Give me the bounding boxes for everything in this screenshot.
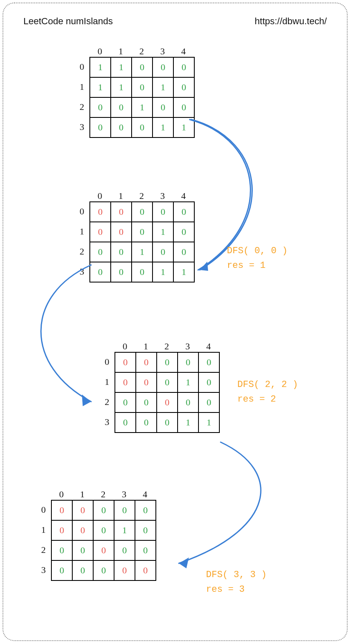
table-row: 00010 [90,222,194,242]
diagram-frame: LeetCode numIslands https://dbwu.tech/ 0… [3,3,348,641]
grid-cell: 0 [173,97,194,117]
grid-cell: 0 [173,77,194,97]
row-header: 0 [74,57,89,77]
grid-body: 012300000000100000000000 [36,500,156,581]
annotation-step-2: DFS( 2, 2 ) res = 2 [237,377,298,407]
grid-cell: 0 [153,202,173,222]
grid-cell: 0 [115,412,136,433]
row-header: 0 [36,500,51,520]
grid-cell: 0 [198,372,219,392]
col-header: 4 [173,191,194,201]
grid-cell: 0 [132,117,153,137]
col-header: 2 [156,341,177,352]
arrow-step-2-to-3 [158,438,283,572]
grid-cell: 0 [198,352,219,372]
col-header: 1 [110,191,131,201]
grid-cell: 0 [135,500,156,520]
grid-cell: 1 [111,57,132,77]
grid-cell: 1 [153,222,173,242]
grid-cell: 0 [173,202,194,222]
col-header: 4 [135,489,155,500]
grid-row-headers: 0123 [74,57,89,138]
grid-cell: 0 [111,202,132,222]
grid-cell: 0 [173,222,194,242]
row-header: 2 [36,540,51,560]
grid-cell: 0 [114,500,135,520]
grid-cell: 0 [157,412,178,433]
row-header: 1 [36,520,51,540]
row-header: 2 [99,392,114,412]
grid-cell: 1 [178,372,198,392]
grid-cell: 0 [90,202,111,222]
grid-row-headers: 0123 [36,500,51,581]
row-header: 1 [99,372,114,392]
grid-cell: 1 [173,262,194,282]
grid-cell: 0 [114,540,135,560]
grid-cell: 0 [157,392,178,412]
grid-cell: 0 [135,520,156,540]
col-header: 3 [152,191,173,201]
table-row: 11010 [90,77,194,97]
grid-cell: 0 [136,392,157,412]
grid-cell: 0 [51,520,72,540]
grid-cell: 0 [115,372,136,392]
annotation-result: res = 2 [237,394,276,405]
annotation-call: DFS( 0, 0 ) [227,246,287,256]
annotation-call: DFS( 2, 2 ) [237,379,298,390]
grid-cell: 0 [153,57,173,77]
row-header: 2 [74,242,89,262]
annotation-call: DFS( 3, 3 ) [206,570,267,580]
col-header: 3 [177,341,198,352]
grid-cell: 0 [115,392,136,412]
diagram-header: LeetCode numIslands https://dbwu.tech/ [3,3,347,27]
col-header: 0 [89,191,110,201]
col-header: 0 [51,489,72,500]
table-row: 00010 [115,372,219,392]
grid-cell: 0 [111,97,132,117]
grid-cell: 1 [132,97,153,117]
row-header: 1 [74,77,89,97]
grid-cell: 0 [72,520,93,540]
grid-col-headers: 01234 [51,489,156,500]
grid-cell: 0 [136,372,157,392]
grid-cell: 0 [93,500,114,520]
col-header: 0 [89,46,110,57]
grid-body: 012300000000100000000011 [99,352,220,433]
grid-cell: 0 [136,352,157,372]
row-header: 3 [74,117,89,137]
grid-cell: 0 [136,412,157,433]
svg-marker-0 [200,262,208,271]
grid-cell: 0 [90,117,111,137]
grid-cell: 0 [93,560,114,580]
table-row: 00100 [90,97,194,117]
grid-cell: 0 [111,117,132,137]
row-header: 1 [74,221,89,242]
grid-step-3: 01234012300000000100000000000 [36,489,156,581]
row-header: 3 [36,560,51,580]
grid-cell: 0 [173,57,194,77]
table-row: 00011 [90,117,194,137]
grid-cell: 0 [90,222,111,242]
grid-cell: 1 [153,262,173,282]
grid-cell: 1 [132,242,153,262]
grid-cell: 0 [173,242,194,262]
grid-cell: 0 [114,560,135,580]
grid-cell: 0 [178,392,198,412]
grid-col-headers: 01234 [89,191,195,201]
annotation-step-1: DFS( 0, 0 ) res = 1 [227,244,287,273]
grid-col-headers: 01234 [89,46,195,57]
grid-cell: 0 [51,540,72,560]
grid-cell: 1 [90,57,111,77]
grid-cell: 0 [132,202,153,222]
grid-cell: 0 [90,242,111,262]
annotation-result: res = 1 [227,260,265,271]
grid-cell: 0 [111,222,132,242]
grid-body: 012311000110100010000011 [74,57,195,138]
grid-cell: 0 [111,242,132,262]
table-row: 00000 [51,560,156,580]
col-header: 3 [152,46,173,57]
grid-cell: 1 [178,412,198,433]
grid-cell: 0 [51,500,72,520]
grid-cell: 1 [90,77,111,97]
table-row: 11000 [90,57,194,77]
